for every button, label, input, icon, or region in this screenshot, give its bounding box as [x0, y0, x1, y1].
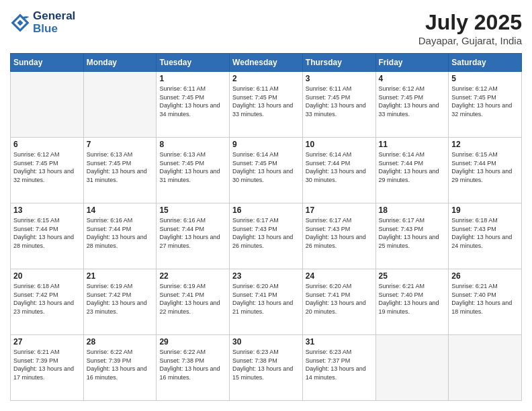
calendar-cell-4-1: 20Sunrise: 6:18 AMSunset: 7:42 PMDayligh…: [11, 269, 84, 335]
day-number: 14: [87, 205, 154, 215]
cell-detail: Sunrise: 6:21 AMSunset: 7:39 PMDaylight:…: [13, 348, 81, 381]
cell-detail: Sunrise: 6:14 AMSunset: 7:44 PMDaylight:…: [379, 150, 446, 184]
subtitle: Dayapar, Gujarat, India: [418, 35, 522, 46]
cell-detail: Sunrise: 6:23 AMSunset: 7:38 PMDaylight:…: [232, 348, 300, 381]
cell-detail: Sunrise: 6:18 AMSunset: 7:43 PMDaylight:…: [451, 216, 519, 250]
logo-icon: [10, 13, 30, 33]
cell-detail: Sunrise: 6:15 AMSunset: 7:44 PMDaylight:…: [451, 150, 519, 184]
day-number: 11: [379, 140, 446, 149]
col-header-wednesday: Wednesday: [230, 54, 303, 72]
col-header-thursday: Thursday: [302, 54, 375, 72]
calendar-cell-4-7: 26Sunrise: 6:21 AMSunset: 7:40 PMDayligh…: [449, 269, 522, 335]
calendar-cell-5-4: 30Sunrise: 6:23 AMSunset: 7:38 PMDayligh…: [230, 335, 303, 401]
cell-detail: Sunrise: 6:11 AMSunset: 7:45 PMDaylight:…: [159, 85, 226, 118]
header: General Blue July 2025 Dayapar, Gujarat,…: [10, 10, 522, 46]
day-number: 24: [306, 271, 373, 281]
cell-detail: Sunrise: 6:12 AMSunset: 7:45 PMDaylight:…: [13, 150, 81, 184]
cell-detail: Sunrise: 6:22 AMSunset: 7:38 PMDaylight:…: [159, 348, 226, 381]
cell-detail: Sunrise: 6:22 AMSunset: 7:39 PMDaylight:…: [87, 348, 154, 381]
calendar-cell-3-4: 16Sunrise: 6:17 AMSunset: 7:43 PMDayligh…: [230, 203, 303, 269]
cell-detail: Sunrise: 6:13 AMSunset: 7:45 PMDaylight:…: [159, 150, 226, 184]
day-number: 21: [87, 271, 154, 281]
day-number: 12: [451, 140, 519, 149]
day-number: 8: [159, 140, 226, 149]
day-number: 26: [451, 271, 519, 281]
day-number: 2: [232, 74, 300, 83]
day-number: 31: [306, 337, 373, 347]
day-number: 1: [159, 74, 226, 83]
calendar-cell-5-6: [375, 335, 449, 401]
cell-detail: Sunrise: 6:17 AMSunset: 7:43 PMDaylight:…: [232, 216, 300, 250]
calendar-table: SundayMondayTuesdayWednesdayThursdayFrid…: [10, 53, 522, 401]
cell-detail: Sunrise: 6:15 AMSunset: 7:44 PMDaylight:…: [13, 216, 81, 250]
calendar-cell-5-2: 28Sunrise: 6:22 AMSunset: 7:39 PMDayligh…: [83, 335, 157, 401]
logo-blue: Blue: [33, 23, 75, 36]
calendar-cell-3-2: 14Sunrise: 6:16 AMSunset: 7:44 PMDayligh…: [83, 203, 157, 269]
day-number: 23: [232, 271, 300, 281]
calendar-cell-2-3: 8Sunrise: 6:13 AMSunset: 7:45 PMDaylight…: [157, 138, 230, 203]
calendar-cell-2-4: 9Sunrise: 6:14 AMSunset: 7:45 PMDaylight…: [230, 138, 303, 203]
day-number: 16: [232, 205, 300, 215]
cell-detail: Sunrise: 6:11 AMSunset: 7:45 PMDaylight:…: [306, 85, 373, 118]
day-number: 18: [379, 205, 446, 215]
day-number: 15: [159, 205, 226, 215]
day-number: 10: [306, 140, 373, 149]
calendar-cell-1-1: [11, 72, 84, 138]
day-number: 5: [451, 74, 519, 83]
day-number: 27: [13, 337, 81, 347]
day-number: 3: [306, 74, 373, 83]
calendar-cell-4-3: 22Sunrise: 6:19 AMSunset: 7:41 PMDayligh…: [157, 269, 230, 335]
day-number: 7: [87, 140, 154, 149]
main-title: July 2025: [418, 10, 522, 35]
calendar-cell-1-2: [83, 72, 157, 138]
cell-detail: Sunrise: 6:11 AMSunset: 7:45 PMDaylight:…: [232, 85, 300, 118]
calendar-cell-1-3: 1Sunrise: 6:11 AMSunset: 7:45 PMDaylight…: [157, 72, 230, 138]
day-number: 29: [159, 337, 226, 347]
calendar-header-row: SundayMondayTuesdayWednesdayThursdayFrid…: [11, 54, 522, 72]
col-header-friday: Friday: [375, 54, 449, 72]
day-number: 13: [13, 205, 81, 215]
calendar-cell-3-3: 15Sunrise: 6:16 AMSunset: 7:44 PMDayligh…: [157, 203, 230, 269]
calendar-cell-1-7: 5Sunrise: 6:12 AMSunset: 7:45 PMDaylight…: [449, 72, 522, 138]
cell-detail: Sunrise: 6:23 AMSunset: 7:37 PMDaylight:…: [306, 348, 373, 381]
calendar-cell-3-6: 18Sunrise: 6:17 AMSunset: 7:43 PMDayligh…: [375, 203, 449, 269]
cell-detail: Sunrise: 6:12 AMSunset: 7:45 PMDaylight:…: [379, 85, 446, 118]
cell-detail: Sunrise: 6:12 AMSunset: 7:45 PMDaylight:…: [451, 85, 519, 118]
cell-detail: Sunrise: 6:19 AMSunset: 7:41 PMDaylight:…: [159, 282, 226, 316]
col-header-saturday: Saturday: [449, 54, 522, 72]
cell-detail: Sunrise: 6:13 AMSunset: 7:45 PMDaylight:…: [87, 150, 154, 184]
day-number: 19: [451, 205, 519, 215]
day-number: 4: [379, 74, 446, 83]
calendar-cell-4-6: 25Sunrise: 6:21 AMSunset: 7:40 PMDayligh…: [375, 269, 449, 335]
day-number: 9: [232, 140, 300, 149]
page: General Blue July 2025 Dayapar, Gujarat,…: [0, 0, 532, 411]
calendar-cell-3-7: 19Sunrise: 6:18 AMSunset: 7:43 PMDayligh…: [449, 203, 522, 269]
cell-detail: Sunrise: 6:17 AMSunset: 7:43 PMDaylight:…: [306, 216, 373, 250]
logo-general: General: [33, 10, 75, 23]
cell-detail: Sunrise: 6:21 AMSunset: 7:40 PMDaylight:…: [451, 282, 519, 316]
cell-detail: Sunrise: 6:21 AMSunset: 7:40 PMDaylight:…: [379, 282, 446, 316]
col-header-sunday: Sunday: [11, 54, 84, 72]
cell-detail: Sunrise: 6:20 AMSunset: 7:41 PMDaylight:…: [306, 282, 373, 316]
week-row-4: 20Sunrise: 6:18 AMSunset: 7:42 PMDayligh…: [11, 269, 522, 335]
calendar-cell-1-5: 3Sunrise: 6:11 AMSunset: 7:45 PMDaylight…: [302, 72, 375, 138]
calendar-cell-2-1: 6Sunrise: 6:12 AMSunset: 7:45 PMDaylight…: [11, 138, 84, 203]
day-number: 25: [379, 271, 446, 281]
calendar-cell-5-1: 27Sunrise: 6:21 AMSunset: 7:39 PMDayligh…: [11, 335, 84, 401]
calendar-cell-2-2: 7Sunrise: 6:13 AMSunset: 7:45 PMDaylight…: [83, 138, 157, 203]
calendar-cell-4-4: 23Sunrise: 6:20 AMSunset: 7:41 PMDayligh…: [230, 269, 303, 335]
cell-detail: Sunrise: 6:17 AMSunset: 7:43 PMDaylight:…: [379, 216, 446, 250]
week-row-5: 27Sunrise: 6:21 AMSunset: 7:39 PMDayligh…: [11, 335, 522, 401]
calendar-cell-5-7: [449, 335, 522, 401]
calendar-cell-1-6: 4Sunrise: 6:12 AMSunset: 7:45 PMDaylight…: [375, 72, 449, 138]
cell-detail: Sunrise: 6:20 AMSunset: 7:41 PMDaylight:…: [232, 282, 300, 316]
calendar-cell-4-5: 24Sunrise: 6:20 AMSunset: 7:41 PMDayligh…: [302, 269, 375, 335]
day-number: 22: [159, 271, 226, 281]
day-number: 30: [232, 337, 300, 347]
cell-detail: Sunrise: 6:14 AMSunset: 7:45 PMDaylight:…: [232, 150, 300, 184]
day-number: 6: [13, 140, 81, 149]
cell-detail: Sunrise: 6:14 AMSunset: 7:44 PMDaylight:…: [306, 150, 373, 184]
day-number: 20: [13, 271, 81, 281]
week-row-2: 6Sunrise: 6:12 AMSunset: 7:45 PMDaylight…: [11, 138, 522, 203]
cell-detail: Sunrise: 6:19 AMSunset: 7:42 PMDaylight:…: [87, 282, 154, 316]
